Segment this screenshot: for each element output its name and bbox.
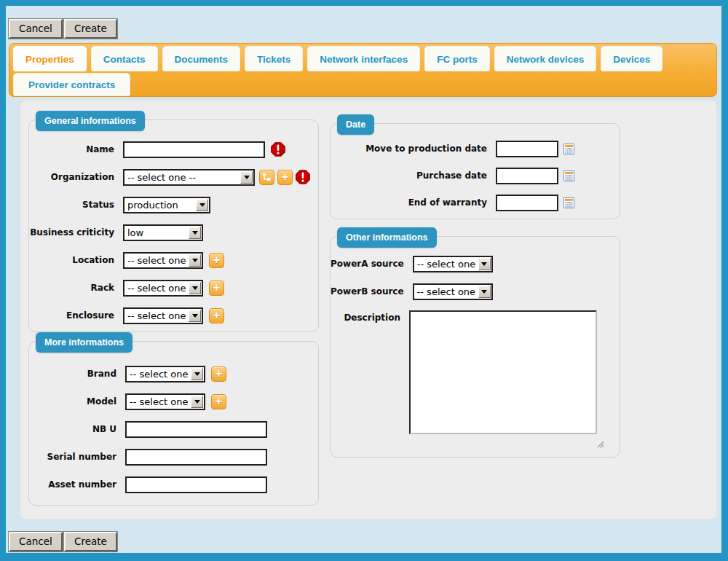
location-select-value: -- select one -- [124,254,188,267]
enclosure-select-value: -- select one -- [124,309,188,323]
add-enclosure-button[interactable]: + [209,308,224,323]
tab-provider-contracts[interactable]: Provider contracts [13,73,130,96]
nb-u-input[interactable] [125,421,267,438]
brand-label: Brand [29,369,116,379]
add-model-button[interactable]: + [211,394,226,409]
model-select-value: -- select one -- [127,395,190,409]
description-textarea[interactable] [409,310,597,434]
section-more-informations: More informations Brand -- select one --… [28,341,319,506]
field-row-brand: Brand -- select one -- + [29,365,318,382]
location-label: Location [29,255,114,265]
add-location-button[interactable]: + [209,253,224,268]
plus-icon: + [282,171,288,183]
resize-grip-icon[interactable] [597,437,604,444]
tab-contacts[interactable]: Contacts [91,46,158,71]
tab-tickets[interactable]: Tickets [245,46,303,71]
cancel-button-top[interactable]: Cancel [9,19,63,39]
status-label: Status [29,200,114,210]
plus-icon: + [215,368,222,380]
field-row-model: Model -- select one -- + [29,393,318,410]
dropdown-arrow-icon [478,258,491,270]
asset-number-label: Asset number [29,479,116,490]
calendar-picker-button[interactable] [563,170,574,181]
tab-documents[interactable]: Documents [162,46,241,71]
field-row-enclosure: Enclosure -- select one -- + [29,307,318,324]
section-general-informations: General informations Name Organization -… [28,119,319,332]
end-of-warranty-label: End of warranty [331,197,487,208]
tab-network-devices[interactable]: Network devices [494,46,597,71]
calendar-picker-button[interactable] [563,197,574,208]
plus-icon: + [215,396,222,407]
field-row-powerb-source: PowerB source -- select one -- [331,283,620,300]
calendar-picker-button[interactable] [563,144,574,154]
field-row-move-to-production: Move to production date [331,140,620,157]
cancel-button-bottom[interactable]: Cancel [9,532,63,552]
add-brand-button[interactable]: + [211,366,226,382]
brand-select-value: -- select one -- [127,367,190,381]
tab-devices[interactable]: Devices [601,46,662,71]
field-row-business-criticity: Business criticity low [29,224,318,241]
add-rack-button[interactable]: + [209,280,224,296]
purchase-date-label: Purchase date [331,170,487,181]
create-button-top[interactable]: Create [64,19,117,39]
field-row-nb-u: NB U [29,420,318,438]
calendar-icon [563,144,574,154]
dropdown-arrow-icon [191,368,203,380]
section-title-other: Other informations [337,227,437,248]
organization-hierarchy-button[interactable] [259,170,274,185]
dropdown-arrow-icon [196,199,208,211]
status-select[interactable]: production [123,197,210,213]
brand-select[interactable]: -- select one -- [125,366,205,382]
status-select-value: production [124,198,195,212]
properties-panel: General informations Name Organization -… [20,100,717,519]
tab-fc-ports[interactable]: FC ports [424,46,490,71]
field-row-location: Location -- select one -- + [29,251,318,269]
serial-number-input[interactable] [125,449,267,466]
section-title-date: Date [337,114,374,135]
dropdown-arrow-icon [189,310,201,322]
business-criticity-select[interactable]: low [123,224,203,241]
field-row-rack: Rack -- select one -- + [29,279,318,297]
move-to-production-input[interactable] [496,141,558,157]
powera-source-select-value: -- select one -- [414,257,478,271]
model-select[interactable]: -- select one -- [125,393,205,410]
create-button-bottom[interactable]: Create [64,532,117,552]
rack-select[interactable]: -- select one -- [123,280,203,297]
move-to-production-label: Move to production date [331,144,487,154]
model-label: Model [29,396,116,407]
business-criticity-select-value: low [124,226,188,240]
organization-select[interactable]: -- select one -- [123,169,255,186]
calendar-icon [563,170,574,181]
section-title-more: More informations [36,332,132,353]
field-row-status: Status production [29,196,318,213]
name-input[interactable] [123,141,265,158]
calendar-icon [563,197,574,208]
field-row-description: Description [331,310,620,437]
plus-icon: + [213,254,220,266]
field-row-end-of-warranty: End of warranty [331,194,620,211]
page: Cancel Create Properties Contacts Docume… [6,6,721,553]
location-select[interactable]: -- select one -- [123,252,203,269]
plus-icon: + [213,310,220,321]
tab-network-interfaces[interactable]: Network interfaces [307,46,420,71]
asset-number-input[interactable] [125,476,267,493]
end-of-warranty-input[interactable] [496,195,558,211]
powerb-source-select[interactable]: -- select one -- [413,283,493,300]
organization-select-value: -- select one -- [124,170,240,184]
powera-source-select[interactable]: -- select one -- [413,256,493,272]
powera-source-label: PowerA source [331,259,404,269]
enclosure-select[interactable]: -- select one -- [123,307,203,324]
business-criticity-label: Business criticity [29,227,114,238]
section-date: Date Move to production date Purchase da… [330,123,620,219]
create-device-window: { "colors": { "accent": "#2394c4", "band… [0,0,728,561]
add-organization-button[interactable]: + [277,170,293,185]
field-row-asset-number: Asset number [29,476,318,493]
dropdown-arrow-icon [189,227,201,239]
tab-properties[interactable]: Properties [13,46,87,71]
dropdown-arrow-icon [478,286,491,298]
enclosure-label: Enclosure [29,310,114,321]
name-label: Name [29,144,114,154]
purchase-date-input[interactable] [496,168,558,184]
tab-row-2: Provider contracts [13,73,716,96]
section-other-informations: Other informations PowerA source -- sele… [330,236,620,458]
